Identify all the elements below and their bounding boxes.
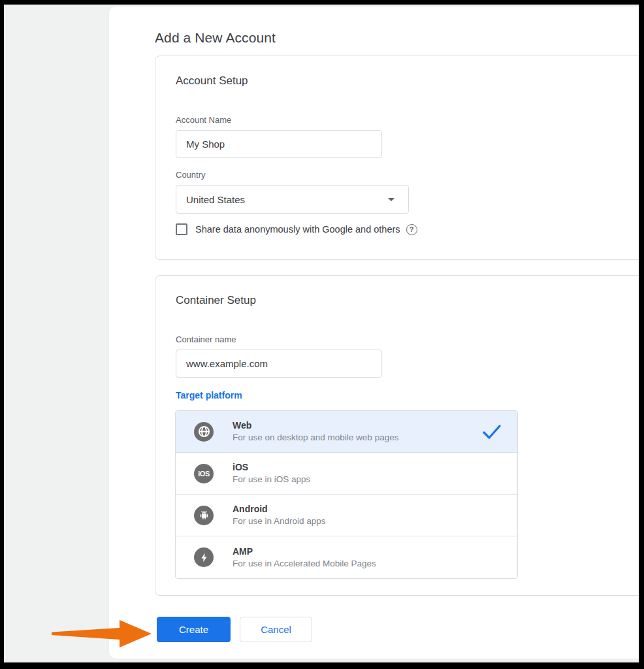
platform-texts: Android For use in Android apps xyxy=(233,503,502,527)
share-data-checkbox[interactable] xyxy=(176,223,187,235)
account-setup-heading: Account Setup xyxy=(176,74,248,88)
account-name-input[interactable] xyxy=(176,130,382,158)
platform-description: For use in Accelerated Mobile Pages xyxy=(233,558,502,570)
platform-description: For use in Android apps xyxy=(233,515,502,527)
share-data-row: Share data anonymously with Google and o… xyxy=(176,223,417,235)
container-name-label: Container name xyxy=(176,334,236,344)
country-select[interactable]: United States xyxy=(176,185,409,214)
platform-description: For use on desktop and mobile web pages xyxy=(233,432,482,444)
platform-name: Android xyxy=(233,503,502,515)
platform-name: iOS xyxy=(233,461,502,474)
ios-icon-glyph: iOS xyxy=(198,470,209,478)
platform-texts: AMP For use in Accelerated Mobile Pages xyxy=(233,546,502,570)
page-title: Add a New Account xyxy=(155,30,276,46)
add-account-panel: Add a New Account Account Setup Account … xyxy=(109,7,639,659)
platform-description: For use in iOS apps xyxy=(233,474,502,485)
country-select-value: United States xyxy=(186,194,388,205)
chevron-down-icon xyxy=(388,198,394,201)
create-button[interactable]: Create xyxy=(157,617,231,642)
container-setup-card: Container Setup Container name Target pl… xyxy=(155,275,639,596)
check-icon xyxy=(482,423,502,440)
account-name-label: Account Name xyxy=(176,115,231,125)
platform-row-ios[interactable]: iOS iOS For use in iOS apps xyxy=(176,453,517,495)
platform-row-web[interactable]: Web For use on desktop and mobile web pa… xyxy=(176,411,517,453)
share-data-label: Share data anonymously with Google and o… xyxy=(195,224,400,235)
target-platform-link[interactable]: Target platform xyxy=(176,390,242,400)
platform-name: Web xyxy=(233,419,482,432)
account-setup-card: Account Setup Account Name Country Unite… xyxy=(155,56,639,260)
target-platform-list: Web For use on desktop and mobile web pa… xyxy=(175,410,518,579)
help-icon[interactable]: ? xyxy=(406,224,417,235)
country-label: Country xyxy=(176,170,206,180)
ios-icon: iOS xyxy=(194,464,214,483)
platform-texts: Web For use on desktop and mobile web pa… xyxy=(233,419,482,444)
platform-row-amp[interactable]: AMP For use in Accelerated Mobile Pages xyxy=(176,536,517,578)
amp-lightning-icon xyxy=(194,547,214,567)
platform-row-android[interactable]: Android For use in Android apps xyxy=(176,495,517,536)
android-icon xyxy=(194,506,214,525)
container-setup-heading: Container Setup xyxy=(176,294,256,307)
platform-texts: iOS For use in iOS apps xyxy=(233,461,502,485)
platform-name: AMP xyxy=(233,546,502,558)
container-name-input[interactable] xyxy=(176,350,382,378)
cancel-button[interactable]: Cancel xyxy=(240,617,312,642)
globe-icon xyxy=(194,422,214,442)
action-buttons: Create Cancel xyxy=(157,617,312,642)
workspace-background: Add a New Account Account Setup Account … xyxy=(4,5,639,662)
